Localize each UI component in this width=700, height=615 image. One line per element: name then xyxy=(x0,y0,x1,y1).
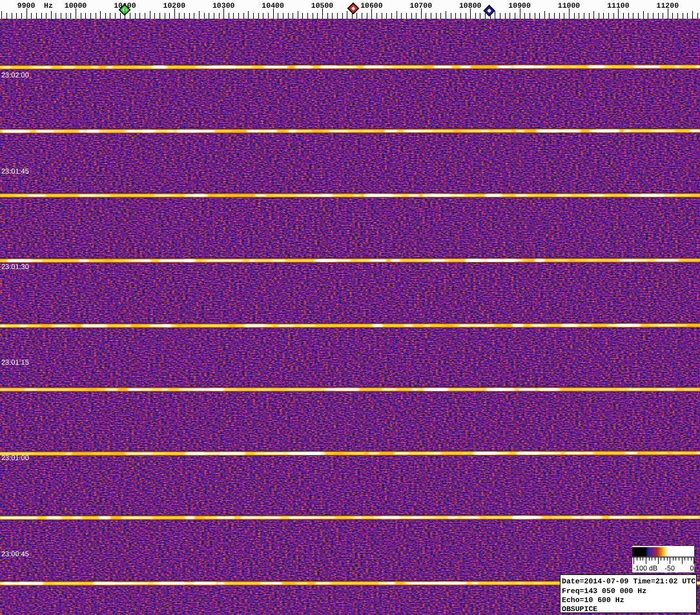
svg-text:-50: -50 xyxy=(664,565,675,572)
svg-text:0: 0 xyxy=(690,565,694,572)
svg-text:Date=2014-07-09 Time=21:02 UTC: Date=2014-07-09 Time=21:02 UTC xyxy=(562,578,695,586)
svg-text:OBSUPICE: OBSUPICE xyxy=(562,605,597,612)
svg-text:11200: 11200 xyxy=(657,2,679,10)
svg-text:10900: 10900 xyxy=(508,2,531,10)
svg-text:23:00:45: 23:00:45 xyxy=(1,550,29,558)
svg-text:23:01:15: 23:01:15 xyxy=(1,359,29,367)
svg-text:23:02:00: 23:02:00 xyxy=(1,72,29,79)
svg-text:23:01:45: 23:01:45 xyxy=(1,168,29,176)
svg-text:Freq=143 050 000 Hz: Freq=143 050 000 Hz xyxy=(562,587,646,596)
svg-text:Echo=10 600 Hz: Echo=10 600 Hz xyxy=(562,596,624,605)
svg-text:23:01:30: 23:01:30 xyxy=(1,263,29,271)
svg-text:10700: 10700 xyxy=(410,2,433,10)
svg-text:Hz: Hz xyxy=(44,2,53,10)
svg-text:23:01:00: 23:01:00 xyxy=(1,454,29,462)
svg-text:10200: 10200 xyxy=(163,2,186,10)
svg-text:-100 dB: -100 dB xyxy=(633,565,658,572)
svg-text:9900: 9900 xyxy=(17,2,36,10)
svg-text:10400: 10400 xyxy=(262,2,284,10)
